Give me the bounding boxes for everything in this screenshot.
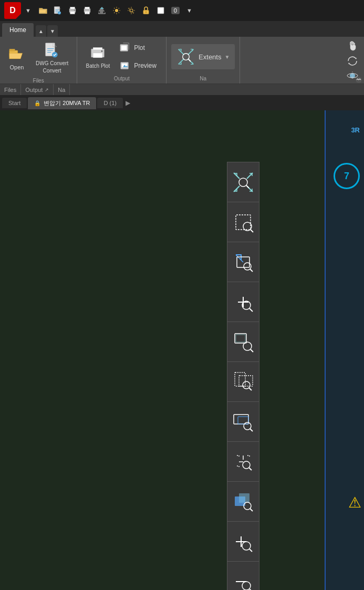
tab-drawing[interactable]: 🔒 변압기 20MVA TR xyxy=(28,97,96,109)
ribbon-right-icons xyxy=(341,37,364,84)
plot-button[interactable]: Batch Plot xyxy=(83,40,113,74)
svg-line-60 xyxy=(250,429,253,431)
warning-triangle-icon: ⚠ xyxy=(348,494,361,511)
svg-point-74 xyxy=(242,582,251,590)
zoom-previous-item[interactable] xyxy=(227,242,259,282)
rotate-icon[interactable] xyxy=(344,55,361,67)
preview-button[interactable]: Preview xyxy=(115,58,161,74)
svg-rect-3 xyxy=(70,12,75,14)
svg-rect-4 xyxy=(70,7,75,9)
svg-rect-23 xyxy=(121,45,127,50)
svg-rect-20 xyxy=(93,47,103,49)
tab-more-arrow[interactable]: ▼ xyxy=(47,25,58,37)
dwg-icon[interactable] xyxy=(52,5,64,16)
zoom-window-item[interactable] xyxy=(227,202,259,242)
svg-point-63 xyxy=(243,461,250,469)
svg-rect-58 xyxy=(238,417,248,424)
svg-line-31 xyxy=(189,59,191,61)
zoom-extents-item[interactable] xyxy=(227,162,259,202)
svg-line-39 xyxy=(246,185,249,188)
zoom-3d-item[interactable] xyxy=(227,482,259,522)
canvas-circle: 7 xyxy=(334,163,360,189)
svg-rect-50 xyxy=(235,334,246,343)
svg-rect-53 xyxy=(235,372,245,386)
dropdown-arrow: ▼ xyxy=(25,7,31,14)
app-dropdown[interactable]: ▼ xyxy=(25,7,31,14)
lock-icon[interactable] xyxy=(140,5,152,16)
svg-point-21 xyxy=(101,50,103,52)
zoom-dropdown-panel xyxy=(227,162,259,590)
count-badge: 0 xyxy=(170,5,181,16)
svg-line-64 xyxy=(249,468,252,470)
app-logo[interactable]: D xyxy=(4,2,21,19)
svg-point-51 xyxy=(243,342,252,350)
sun-icon[interactable] xyxy=(111,5,122,16)
title-dropdown-right[interactable]: ▼ xyxy=(186,7,192,14)
tab-start-label: Start xyxy=(8,100,20,106)
files-buttons: Open DWG Convert Convert xyxy=(4,40,72,76)
ribbon-labels: Files Output Na xyxy=(0,84,364,96)
files-label[interactable]: Files xyxy=(0,84,21,95)
svg-point-59 xyxy=(244,422,251,430)
zoom-center-item[interactable] xyxy=(227,442,259,482)
square-icon[interactable] xyxy=(155,5,167,16)
tab-home[interactable]: Home xyxy=(2,23,34,37)
open-button[interactable]: Open xyxy=(4,40,29,76)
svg-point-12 xyxy=(145,12,147,13)
svg-point-5 xyxy=(74,10,75,11)
tab-extra[interactable]: D (1) xyxy=(97,98,122,108)
svg-point-67 xyxy=(244,502,251,510)
canvas-drawing: 3R 7 ⚠ xyxy=(325,110,364,590)
tab-bar: Start 🔒 변압기 20MVA TR D (1) ▶ xyxy=(0,96,364,110)
extents-button[interactable]: Extents ▼ xyxy=(171,44,235,69)
svg-rect-15 xyxy=(9,49,15,51)
svg-point-30 xyxy=(183,54,190,60)
extents-arrow[interactable]: ▼ xyxy=(224,54,230,60)
main-area: 3R 7 ⚠ xyxy=(0,110,364,590)
svg-point-55 xyxy=(243,381,250,389)
orbit-icon[interactable] xyxy=(344,69,361,82)
svg-rect-54 xyxy=(239,376,253,386)
ribbon-panel: Open DWG Convert Convert Files xyxy=(0,37,364,84)
export-icon[interactable] xyxy=(96,5,108,16)
output-col: Plot Preview xyxy=(115,40,161,74)
title-bar: D ▼ xyxy=(0,0,364,21)
output-buttons: Batch Plot Plot xyxy=(83,40,161,74)
svg-rect-19 xyxy=(93,53,103,58)
print-icon[interactable] xyxy=(67,5,78,16)
svg-line-49 xyxy=(249,308,253,312)
svg-rect-13 xyxy=(158,7,164,14)
svg-rect-8 xyxy=(85,7,89,9)
svg-line-42 xyxy=(251,230,253,232)
batch-plot-button[interactable]: Plot xyxy=(115,40,161,56)
zoom-in-item[interactable] xyxy=(227,282,259,322)
svg-point-10 xyxy=(130,9,133,12)
dwg-convert-button[interactable]: DWG Convert Convert xyxy=(32,40,72,76)
zoom-object-item[interactable] xyxy=(227,322,259,362)
brightness-icon[interactable] xyxy=(126,5,137,16)
ribbon-group-nav: Extents ▼ Na xyxy=(167,37,240,84)
zoom-plus-item[interactable] xyxy=(227,522,259,562)
svg-line-45 xyxy=(250,269,253,272)
svg-line-56 xyxy=(249,388,252,390)
tab-expand-arrow[interactable]: ▲ xyxy=(36,25,46,37)
zoom-realtime-item[interactable] xyxy=(227,362,259,402)
hand-icon[interactable] xyxy=(344,40,361,53)
tab-right-arrow[interactable]: ▶ xyxy=(124,97,132,109)
open-folder-icon[interactable] xyxy=(37,5,49,16)
toolbar-icons: 0 ▼ xyxy=(37,5,192,16)
na-label[interactable]: Na xyxy=(54,84,70,95)
svg-point-38 xyxy=(239,178,247,187)
svg-line-52 xyxy=(251,349,253,352)
zoom-dynamic-item[interactable] xyxy=(227,402,259,442)
output-label[interactable]: Output xyxy=(21,84,54,95)
zoom-minus-item[interactable] xyxy=(227,562,259,590)
svg-point-44 xyxy=(244,263,251,270)
svg-line-68 xyxy=(250,509,253,511)
svg-rect-66 xyxy=(239,493,249,503)
tab-start[interactable]: Start xyxy=(2,98,27,108)
svg-point-1 xyxy=(58,12,61,15)
print2-icon[interactable] xyxy=(81,5,93,16)
tab-drawing-label: 변압기 20MVA TR xyxy=(44,99,90,107)
svg-line-72 xyxy=(249,549,252,552)
